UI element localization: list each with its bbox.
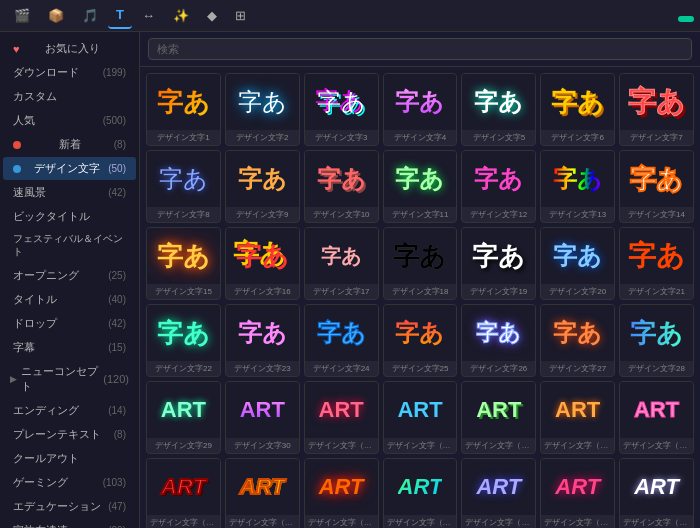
grid-item-23[interactable]: 字あ デザイン文字24 [304, 304, 379, 377]
grid-item-11[interactable]: 字あ デザイン文字12 [461, 150, 536, 223]
grid-item-32[interactable]: ART デザイン文字（英字） 3 [461, 381, 536, 454]
grid-item-8[interactable]: 字あ デザイン文字9 [225, 150, 300, 223]
grid-item-0[interactable]: 字あ デザイン文字1 [146, 73, 221, 146]
sidebar-item-coolout[interactable]: クールアウト [3, 447, 136, 470]
grid-item-27[interactable]: 字あ デザイン文字28 [619, 304, 694, 377]
sidebar-item-big-title[interactable]: ビックタイトル [3, 205, 136, 228]
preview-text-29: ART [240, 397, 285, 423]
main-area: ♥ お気に入り ダウンロード (199) カスタム 人気 (500) 新着 (8… [0, 32, 700, 528]
grid-item-19[interactable]: 字あ デザイン文字20 [540, 227, 615, 300]
grid-item-17[interactable]: 字あ デザイン文字18 [383, 227, 458, 300]
grid-item-28[interactable]: ART デザイン文字29 [146, 381, 221, 454]
sidebar-item-gaming[interactable]: ゲーミング (103) [3, 471, 136, 494]
sidebar-item-speed[interactable]: 速風景 (42) [3, 181, 136, 204]
grid-item-35[interactable]: ART デザイン文字（英字） 6 [146, 458, 221, 528]
exs-button[interactable] [678, 16, 694, 22]
sidebar-item-education[interactable]: エデュケーション (47) [3, 495, 136, 518]
preview-text-8: 字あ [238, 163, 287, 195]
nav-audio[interactable]: 🎵 [74, 4, 106, 28]
sidebar-item-drop[interactable]: ドロップ (42) [3, 312, 136, 335]
sidebar-item-plaintext[interactable]: プレーンテキスト (8) [3, 423, 136, 446]
preview-text-5: 字あ [551, 85, 604, 120]
sidebar-item-festival[interactable]: フェスティバル＆イベント [3, 229, 136, 263]
nav-split[interactable]: ⊞ [227, 4, 254, 28]
sidebar-item-popular[interactable]: 人気 (500) [3, 109, 136, 132]
grid-item-29[interactable]: ART デザイン文字30 [225, 381, 300, 454]
item-label-11: デザイン文字12 [462, 207, 535, 222]
grid-item-1[interactable]: 字あ デザイン文字2 [225, 73, 300, 146]
sidebar-item-design-text[interactable]: デザイン文字 (50) [3, 157, 136, 180]
grid-item-14[interactable]: 字あ デザイン文字15 [146, 227, 221, 300]
preview-text-22: 字あ [238, 317, 287, 349]
grid-item-38[interactable]: ART デザイン文字（英字） 9 [383, 458, 458, 528]
grid-item-20[interactable]: 字あ デザイン文字21 [619, 227, 694, 300]
grid-item-36[interactable]: ART デザイン文字（英字） 7 [225, 458, 300, 528]
item-label-23: デザイン文字24 [305, 361, 378, 376]
grid-item-40[interactable]: ART デザイン文字（英字） 11 [540, 458, 615, 528]
item-label-30: デザイン文字（英字） 2 [305, 438, 378, 453]
nav-transition[interactable]: ↔ [134, 4, 163, 28]
sidebar-section-newconcept[interactable]: ▶ ニューコンセプト (120) [0, 360, 139, 398]
grid-item-26[interactable]: 字あ デザイン文字27 [540, 304, 615, 377]
sidebar-item-new[interactable]: 新着 (8) [3, 133, 136, 156]
grid-item-9[interactable]: 字あ デザイン文字10 [304, 150, 379, 223]
sidebar-item-ending[interactable]: エンディング (14) [3, 399, 136, 422]
sidebar-item-caption[interactable]: 字幕 (15) [3, 336, 136, 359]
nav-element[interactable]: ◆ [199, 4, 225, 28]
grid-item-12[interactable]: 字あ デザイン文字13 [540, 150, 615, 223]
preview-19: 字あ [541, 228, 614, 284]
preview-text-30: ART [319, 397, 364, 423]
grid-item-13[interactable]: 字あ デザイン文字14 [619, 150, 694, 223]
nav-media[interactable]: 🎬 [6, 4, 38, 28]
preview-3: 字あ [384, 74, 457, 130]
grid-item-7[interactable]: 字あ デザイン文字8 [146, 150, 221, 223]
item-label-39: デザイン文字（英字） 10 [462, 515, 535, 528]
preview-text-14: 字あ [157, 239, 210, 274]
sidebar-item-opening[interactable]: オープニング (25) [3, 264, 136, 287]
sidebar-item-custom[interactable]: カスタム [3, 85, 136, 108]
grid-item-16[interactable]: 字あ デザイン文字17 [304, 227, 379, 300]
nav-stockmedia[interactable]: 📦 [40, 4, 72, 28]
media-icon: 🎬 [14, 8, 30, 23]
grid-item-2[interactable]: 字あ デザイン文字3 [304, 73, 379, 146]
search-input[interactable] [148, 38, 692, 60]
preview-12: 字あ [541, 151, 614, 207]
grid-item-24[interactable]: 字あ デザイン文字25 [383, 304, 458, 377]
preview-37: ART [305, 459, 378, 515]
item-label-17: デザイン文字18 [384, 284, 457, 299]
grid-item-21[interactable]: 字あ デザイン文字22 [146, 304, 221, 377]
grid-item-37[interactable]: ART デザイン文字（英字） 8 [304, 458, 379, 528]
grid-item-22[interactable]: 字あ デザイン文字23 [225, 304, 300, 377]
grid-item-15[interactable]: 字あ デザイン文字16 [225, 227, 300, 300]
nav-effect[interactable]: ✨ [165, 4, 197, 28]
sidebar-item-family[interactable]: 家族友達連 (29) [3, 519, 136, 528]
nav-title[interactable]: T [108, 3, 132, 29]
grid-item-25[interactable]: 字あ デザイン文字26 [461, 304, 536, 377]
preview-text-38: ART [398, 474, 443, 500]
item-label-20: デザイン文字21 [620, 284, 693, 299]
grid-item-30[interactable]: ART デザイン文字（英字） 2 [304, 381, 379, 454]
sidebar-item-download[interactable]: ダウンロード (199) [3, 61, 136, 84]
grid-item-3[interactable]: 字あ デザイン文字4 [383, 73, 458, 146]
grid-item-31[interactable]: ART デザイン文字（英字） 1 [383, 381, 458, 454]
grid-item-18[interactable]: 字あ デザイン文字19 [461, 227, 536, 300]
grid-item-5[interactable]: 字あ デザイン文字6 [540, 73, 615, 146]
grid-item-34[interactable]: ART デザイン文字（英字） 5 [619, 381, 694, 454]
preview-text-27: 字あ [630, 316, 683, 351]
preview-33: ART [541, 382, 614, 438]
grid-item-39[interactable]: ART デザイン文字（英字） 10 [461, 458, 536, 528]
preview-text-35: ART [161, 474, 206, 500]
sidebar-item-favorites[interactable]: ♥ お気に入り [3, 37, 136, 60]
content-area: 字あ デザイン文字1 字あ デザイン文字2 字あ デザイン文字3 字あ デザイン… [140, 32, 700, 528]
grid-item-41[interactable]: ART デザイン文字（英字） 12 [619, 458, 694, 528]
preview-text-1: 字あ [238, 86, 287, 118]
sidebar-item-title[interactable]: タイトル (40) [3, 288, 136, 311]
item-label-8: デザイン文字9 [226, 207, 299, 222]
item-label-38: デザイン文字（英字） 9 [384, 515, 457, 528]
preview-text-21: 字あ [157, 316, 210, 351]
grid-item-4[interactable]: 字あ デザイン文字5 [461, 73, 536, 146]
item-label-3: デザイン文字4 [384, 130, 457, 145]
grid-item-6[interactable]: 字あ デザイン文字7 [619, 73, 694, 146]
grid-item-10[interactable]: 字あ デザイン文字11 [383, 150, 458, 223]
grid-item-33[interactable]: ART デザイン文字（英字） 4 [540, 381, 615, 454]
